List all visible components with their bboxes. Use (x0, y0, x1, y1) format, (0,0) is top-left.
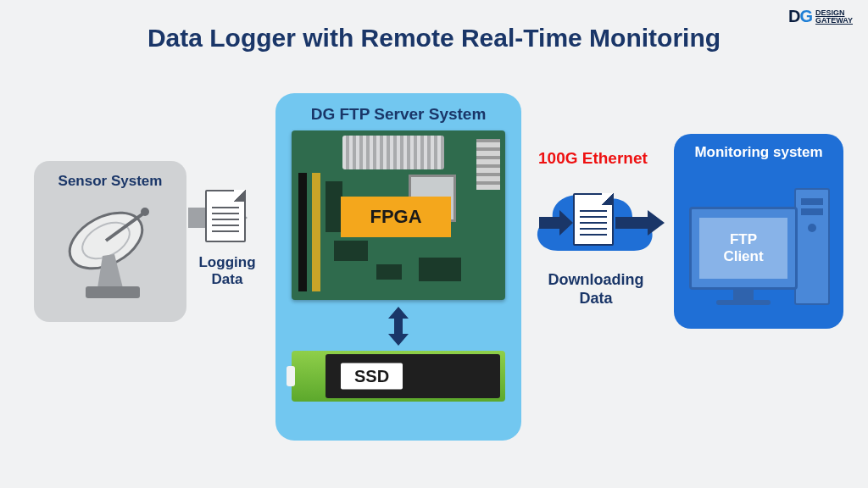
page-title: Data Logger with Remote Real-Time Monito… (0, 24, 868, 53)
monitor-screen-icon: FTP Client (689, 207, 798, 290)
download-arrow-left-icon (539, 210, 573, 236)
fpga-board-icon: FPGA (292, 130, 505, 300)
ftp-client-label: FTP Client (699, 218, 787, 279)
server-title: DG FTP Server System (311, 105, 487, 124)
ethernet-label: 100G Ethernet (538, 149, 648, 168)
downloading-label: Downloading Data (524, 271, 668, 308)
svg-marker-7 (539, 210, 573, 236)
svg-rect-4 (86, 286, 140, 298)
svg-marker-6 (388, 307, 409, 346)
bidirectional-arrow-icon (388, 307, 409, 346)
download-document-icon (573, 193, 614, 246)
ssd-icon: SSD (292, 346, 505, 407)
monitoring-system-box: Monitoring system FTP Client (674, 134, 843, 329)
monitor-title: Monitoring system (694, 144, 822, 161)
download-arrow-right-icon (615, 210, 665, 236)
satellite-dish-icon (55, 197, 165, 310)
pc-tower-icon (794, 188, 830, 305)
logging-document-icon (205, 190, 246, 242)
logging-label: Logging Data (185, 254, 270, 289)
pc-icon: FTP Client (684, 169, 833, 305)
ftp-server-box: DG FTP Server System FPGA SSD (275, 93, 521, 441)
sensor-system-box: Sensor System (34, 161, 186, 322)
sensor-title: Sensor System (58, 173, 163, 190)
ssd-label: SSD (341, 363, 403, 390)
brand-text: DESIGN GATEWAY (815, 9, 853, 25)
fpga-badge: FPGA (341, 197, 451, 237)
svg-marker-8 (615, 210, 665, 236)
svg-point-3 (141, 208, 149, 216)
